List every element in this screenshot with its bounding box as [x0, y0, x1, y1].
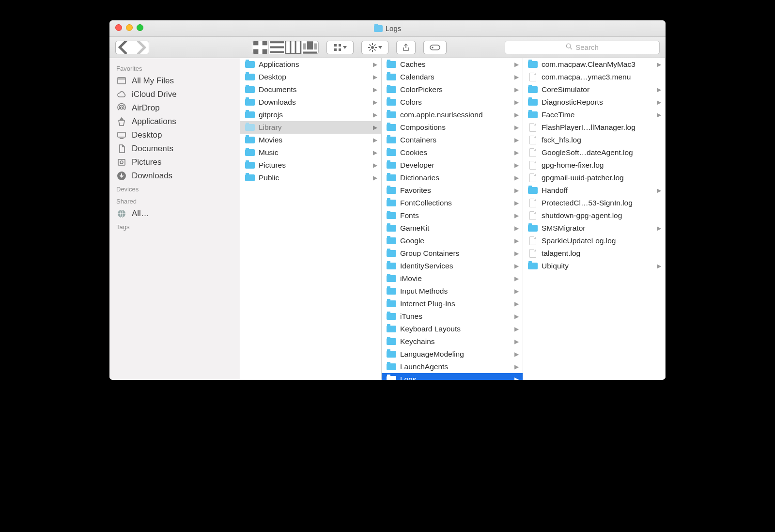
- column-row[interactable]: Applications▶: [240, 58, 381, 71]
- column-row[interactable]: Containers▶: [382, 134, 523, 146]
- columns: Applications▶Desktop▶Documents▶Downloads…: [240, 58, 666, 380]
- column-row[interactable]: com.apple.nsurlsessiond▶: [382, 109, 523, 121]
- column-row[interactable]: gitprojs▶: [240, 109, 381, 121]
- folder-icon: [245, 149, 255, 156]
- column-row[interactable]: LaunchAgents▶: [382, 360, 523, 373]
- folder-icon: [245, 136, 255, 144]
- column-row[interactable]: Google▶: [382, 235, 523, 247]
- search-field[interactable]: Search: [505, 41, 660, 54]
- row-label: LanguageModeling: [400, 350, 511, 359]
- folder-icon: [387, 161, 396, 169]
- column-row[interactable]: Documents▶: [240, 83, 381, 96]
- arrange-dropdown[interactable]: [326, 41, 354, 54]
- column-row[interactable]: LanguageModeling▶: [382, 348, 523, 360]
- column-row[interactable]: Group Containers▶: [382, 247, 523, 260]
- column-row[interactable]: Cookies▶: [382, 146, 523, 159]
- column-row[interactable]: talagent.log: [523, 247, 665, 260]
- sidebar-item[interactable]: All My Files: [109, 74, 240, 88]
- column-row[interactable]: Keychains▶: [382, 335, 523, 348]
- column-row[interactable]: ColorPickers▶: [382, 83, 523, 96]
- column-row[interactable]: gpg-home-fixer.log: [523, 159, 665, 172]
- column-row[interactable]: Input Methods▶: [382, 285, 523, 297]
- column-row[interactable]: CoreSimulator▶: [523, 83, 665, 96]
- minimize-button[interactable]: [126, 24, 133, 31]
- column-row[interactable]: Logs▶: [382, 373, 523, 380]
- column-row[interactable]: FaceTime▶: [523, 109, 665, 121]
- column-row[interactable]: Movies▶: [240, 134, 381, 146]
- column-row[interactable]: ProtectedCl…53-SignIn.log: [523, 197, 665, 209]
- column-view-button[interactable]: [285, 41, 302, 54]
- folder-icon: [374, 25, 383, 32]
- file-icon: [528, 237, 538, 245]
- column-row[interactable]: SMSMigrator▶: [523, 222, 665, 235]
- column-row[interactable]: iTunes▶: [382, 310, 523, 323]
- chevron-right-icon: ▶: [373, 61, 377, 68]
- column-row[interactable]: GameKit▶: [382, 222, 523, 235]
- column-row[interactable]: Pictures▶: [240, 159, 381, 172]
- sidebar: FavoritesAll My FilesiCloud DriveAirDrop…: [109, 58, 240, 380]
- column-row[interactable]: FlashPlayerI…llManager.log: [523, 121, 665, 134]
- tags-button[interactable]: [423, 41, 447, 54]
- close-button[interactable]: [115, 24, 122, 31]
- forward-button[interactable]: [132, 41, 149, 54]
- column-row[interactable]: Internet Plug-Ins▶: [382, 297, 523, 310]
- sidebar-item[interactable]: Downloads: [109, 169, 240, 183]
- back-button[interactable]: [116, 41, 132, 54]
- share-button[interactable]: [396, 41, 416, 54]
- column-row[interactable]: Compositions▶: [382, 121, 523, 134]
- column-row[interactable]: Public▶: [240, 172, 381, 184]
- file-icon: [528, 199, 538, 207]
- column-row[interactable]: Handoff▶: [523, 184, 665, 197]
- column-row[interactable]: fsck_hfs.log: [523, 134, 665, 146]
- svg-point-29: [567, 44, 571, 48]
- column-row[interactable]: IdentityServices▶: [382, 260, 523, 272]
- column-row[interactable]: Dictionaries▶: [382, 172, 523, 184]
- column-row[interactable]: Colors▶: [382, 96, 523, 109]
- svg-rect-15: [339, 44, 341, 47]
- column-row[interactable]: shutdown-gpg-agent.log: [523, 209, 665, 222]
- column-row[interactable]: Favorites▶: [382, 184, 523, 197]
- coverflow-view-button[interactable]: [302, 41, 318, 54]
- row-label: Music: [259, 148, 369, 157]
- column-row[interactable]: Downloads▶: [240, 96, 381, 109]
- column-row[interactable]: DiagnosticReports▶: [523, 96, 665, 109]
- column-row[interactable]: GoogleSoft…dateAgent.log: [523, 146, 665, 159]
- column-row[interactable]: com.macpaw.CleanMyMac3▶: [523, 58, 665, 71]
- row-label: Group Containers: [400, 249, 511, 258]
- column-row[interactable]: FontCollections▶: [382, 197, 523, 209]
- row-label: com.apple.nsurlsessiond: [400, 110, 511, 119]
- sidebar-item[interactable]: AirDrop: [109, 101, 240, 115]
- sidebar-item[interactable]: All…: [109, 207, 240, 220]
- row-label: Documents: [259, 85, 369, 94]
- column-row[interactable]: Library▶: [240, 121, 381, 134]
- sidebar-item[interactable]: Applications: [109, 115, 240, 128]
- column-row[interactable]: gpgmail-uuid-patcher.log: [523, 172, 665, 184]
- column-row[interactable]: iMovie▶: [382, 272, 523, 285]
- sidebar-item[interactable]: Documents: [109, 142, 240, 156]
- column-row[interactable]: Keyboard Layouts▶: [382, 323, 523, 335]
- action-dropdown[interactable]: [361, 41, 388, 54]
- file-icon: [528, 136, 538, 144]
- zoom-button[interactable]: [137, 24, 143, 31]
- sidebar-item[interactable]: Desktop: [109, 128, 240, 142]
- column-row[interactable]: Ubiquity▶: [523, 260, 665, 272]
- list-view-button[interactable]: [269, 41, 285, 54]
- chevron-right-icon: ▶: [373, 137, 377, 143]
- column-row[interactable]: Developer▶: [382, 159, 523, 172]
- sidebar-item[interactable]: Pictures: [109, 156, 240, 169]
- column-row[interactable]: Music▶: [240, 146, 381, 159]
- icon-view-button[interactable]: [252, 41, 269, 54]
- column-row[interactable]: Caches▶: [382, 58, 523, 71]
- cloud-icon: [116, 90, 127, 99]
- column-row[interactable]: Desktop▶: [240, 71, 381, 83]
- sidebar-section-header: Tags: [109, 220, 240, 233]
- folder-icon: [245, 174, 255, 182]
- sidebar-item[interactable]: iCloud Drive: [109, 88, 240, 101]
- svg-rect-17: [339, 48, 341, 51]
- window-title-text: Logs: [386, 24, 402, 32]
- column-row[interactable]: Fonts▶: [382, 209, 523, 222]
- column-row[interactable]: Calendars▶: [382, 71, 523, 83]
- svg-rect-10: [307, 41, 313, 49]
- column-row[interactable]: SparkleUpdateLog.log: [523, 235, 665, 247]
- column-row[interactable]: com.macpa…ymac3.menu: [523, 71, 665, 83]
